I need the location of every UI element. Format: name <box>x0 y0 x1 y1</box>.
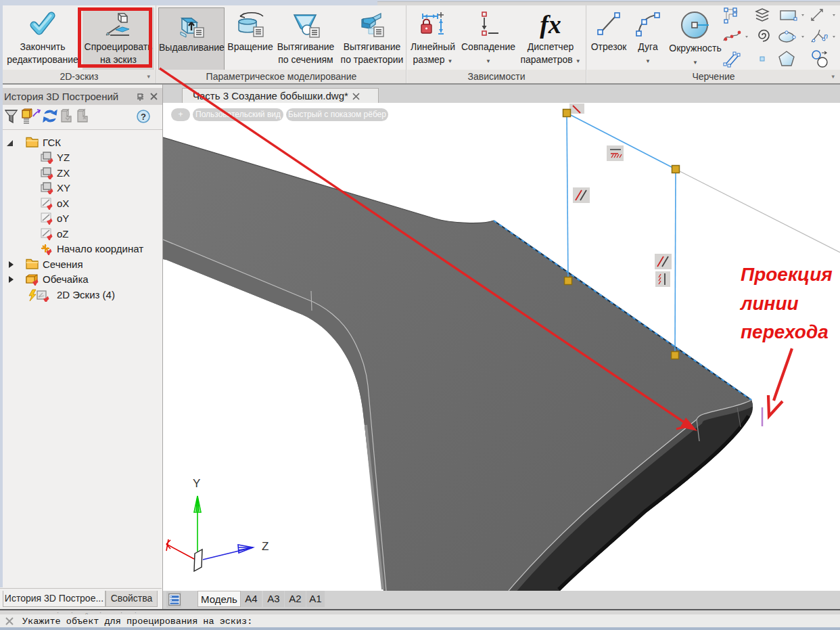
svg-text:перехода: перехода <box>741 321 829 342</box>
svg-text:Проекция: Проекция <box>741 264 833 285</box>
svg-text:линии: линии <box>739 293 799 314</box>
svg-text:?: ? <box>141 112 146 122</box>
svg-text:Z: Z <box>262 540 269 553</box>
svg-text:Y: Y <box>193 477 200 490</box>
svg-text:n: n <box>824 32 828 40</box>
